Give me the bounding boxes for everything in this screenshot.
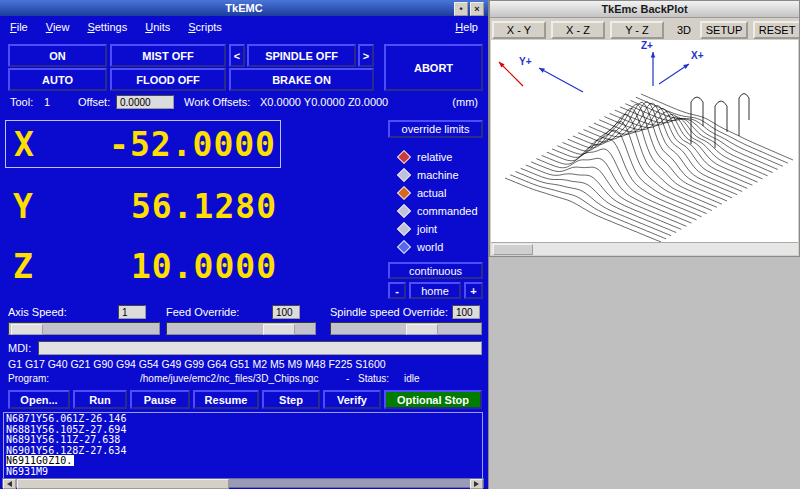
backplot-toolbar: X - Y X - Z Y - Z 3D SETUP RESET [490,18,799,42]
mdi-input[interactable] [38,341,482,355]
scrollbar-thumb[interactable] [493,244,533,255]
tool-offset-entry[interactable]: 0.0000 [116,95,174,109]
dro-z-letter: Z [5,247,33,286]
axis-speed-value[interactable]: 1 [118,305,146,319]
tab-3d[interactable]: 3D [677,24,691,36]
axis-speed-slider[interactable] [8,322,160,335]
tool-label: Tool: [10,96,33,108]
abort-button[interactable]: ABORT [384,44,483,91]
radio-label: machine [417,169,459,181]
radio-world[interactable]: world [399,240,443,254]
program-listing[interactable]: N6871Y56.061Z-26.146 N6881Y56.105Z-27.69… [3,412,483,481]
backplot-wireframe [491,40,798,244]
tab-x-z[interactable]: X - Z [551,21,605,39]
radio-joint[interactable]: joint [399,222,437,236]
reset-button[interactable]: RESET [753,21,799,39]
dro-y-value: 56.1280 [131,187,281,226]
units-indicator: (mm) [452,96,478,108]
machine-on-button[interactable]: ON [8,44,107,67]
radio-relative[interactable]: relative [399,150,452,164]
tab-x-y[interactable]: X - Y [492,21,546,39]
brake-button[interactable]: BRAKE ON [229,68,374,91]
scroll-left-button[interactable] [3,479,16,489]
dro-z-value: 10.0000 [131,247,281,286]
spindle-override-slider[interactable] [330,322,482,335]
step-button[interactable]: Step [262,390,320,409]
home-button[interactable]: home [409,282,461,299]
radio-machine[interactable]: machine [399,168,459,182]
spindle-override-label: Spindle speed Override: [330,306,448,318]
override-limits-button[interactable]: override limits [388,120,483,138]
backplot-hscrollbar[interactable] [491,242,798,255]
setup-button[interactable]: SETUP [700,21,748,39]
run-button[interactable]: Run [73,390,127,409]
pause-button[interactable]: Pause [130,390,190,409]
slider-thumb[interactable] [406,324,438,335]
scrollbar-thumb[interactable] [17,479,229,489]
spindle-faster-button[interactable]: > [358,44,374,67]
radio-label: actual [417,187,446,199]
backplot-canvas[interactable]: Z+ Y+ X+ [491,40,798,244]
menu-help[interactable]: Help [455,21,478,33]
iconify-button[interactable]: • [454,2,468,16]
mist-button[interactable]: MIST OFF [110,44,226,67]
scroll-right-button[interactable] [470,479,483,489]
tkemc-window: TkEMC • × File View Settings Units Scrip… [0,0,489,489]
status-label: Status: [358,373,389,384]
flood-button[interactable]: FLOOD OFF [110,68,226,91]
dro-x-letter: X [6,125,34,164]
y-axis-label: Y+ [519,56,532,67]
jog-minus-button[interactable]: - [388,282,406,299]
active-gcodes: G1 G17 G40 G21 G90 G94 G54 G49 G99 G64 G… [8,358,386,370]
verify-button[interactable]: Verify [323,390,381,409]
dro-axis-y[interactable]: Y 56.1280 [5,182,281,230]
slider-thumb[interactable] [11,324,43,335]
tkemc-titlebar[interactable]: TkEMC • × [0,0,488,16]
dro-axis-z[interactable]: Z 10.0000 [5,242,281,290]
program-row: Program: /home/juve/emc2/nc_files/3D_Chi… [0,373,488,386]
radio-label: joint [417,223,437,235]
dro-axis-x[interactable]: X -52.0000 [5,120,281,168]
menu-view[interactable]: View [46,21,70,33]
radio-label: relative [417,151,452,163]
menu-scripts[interactable]: Scripts [188,21,222,33]
radio-indicator [397,204,411,218]
z-axis-label: Z+ [641,40,653,51]
feed-override-label: Feed Override: [166,306,239,318]
tool-offsets-row: Tool: 1 Offset: 0.0000 Work Offsets: X0.… [0,95,488,110]
radio-label: commanded [417,205,478,217]
jog-plus-button[interactable]: + [464,282,483,299]
radio-actual[interactable]: actual [399,186,446,200]
radio-commanded[interactable]: commanded [399,204,478,218]
menu-units[interactable]: Units [145,21,170,33]
program-line-current: N6911G0Z10. [6,456,480,467]
radio-indicator [397,222,411,236]
mode-auto-button[interactable]: AUTO [8,68,107,91]
feed-override-slider[interactable] [166,322,316,335]
scroll-right-icon [474,481,479,487]
program-hscrollbar[interactable] [2,478,484,488]
dro-x-value: -52.0000 [109,125,280,164]
feed-override-value[interactable]: 100 [272,305,300,319]
spindle-slower-button[interactable]: < [229,44,245,67]
program-label: Program: [8,373,49,384]
close-button[interactable]: × [470,2,484,16]
close-icon: × [474,5,479,14]
jog-mode-select[interactable]: continuous [388,262,483,279]
resume-button[interactable]: Resume [193,390,259,409]
program-buttons: Open... Run Pause Resume Step Verify Opt… [8,390,482,409]
spindle-button[interactable]: SPINDLE OFF [247,44,356,67]
backplot-title: TkEmc BackPlot [601,3,687,15]
tab-y-z[interactable]: Y - Z [610,21,664,39]
menu-file[interactable]: File [10,21,28,33]
axis-speed-label: Axis Speed: [8,306,67,318]
slider-thumb[interactable] [263,324,295,335]
menu-settings[interactable]: Settings [87,21,127,33]
optional-stop-button[interactable]: Optional Stop [384,390,482,409]
x-axis-label: X+ [691,50,704,61]
backplot-titlebar[interactable]: TkEmc BackPlot [490,1,799,18]
work-offsets-label: Work Offsets: [184,96,250,108]
open-button[interactable]: Open... [8,390,70,409]
scroll-left-icon [7,481,12,487]
spindle-override-value[interactable]: 100 [452,305,480,319]
